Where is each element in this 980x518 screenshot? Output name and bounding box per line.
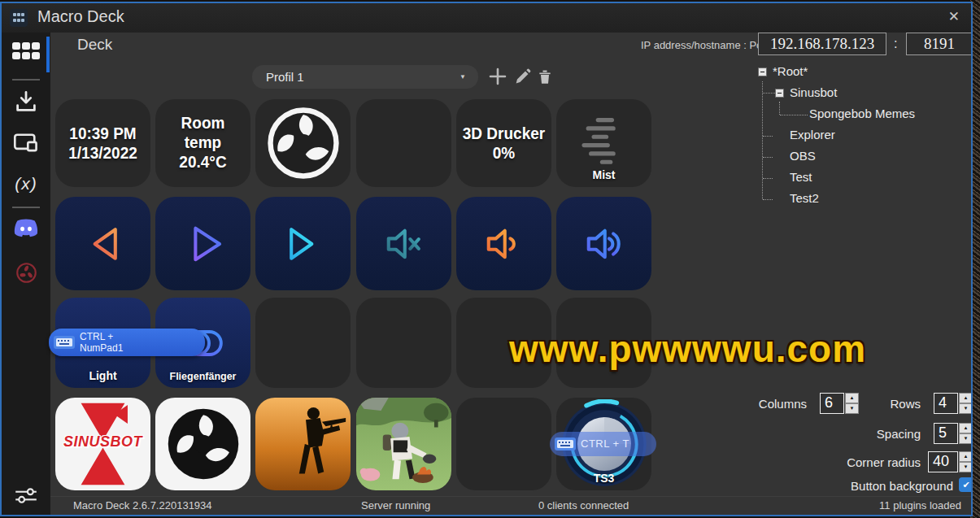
tree-collapse-icon[interactable] bbox=[775, 89, 784, 98]
ip-port-separator: : bbox=[894, 37, 897, 51]
sidebar: (x) bbox=[2, 33, 50, 515]
deck-button-room-temp[interactable]: Roomtemp20.4°C bbox=[155, 99, 250, 187]
server-status: Server running bbox=[361, 499, 430, 511]
statusbar-divider bbox=[50, 496, 971, 497]
screen: Macro Deck ✕ (x) bbox=[0, 0, 980, 518]
media-next-icon bbox=[255, 197, 351, 290]
deck-button-media-next[interactable] bbox=[255, 197, 351, 290]
port-input[interactable]: 8191 bbox=[906, 33, 973, 55]
tree-item-explorer[interactable]: Explorer bbox=[790, 127, 835, 143]
close-icon[interactable]: ✕ bbox=[948, 8, 960, 25]
sidebar-item-variables[interactable]: (x) bbox=[2, 174, 50, 194]
tree-collapse-icon[interactable] bbox=[758, 67, 767, 76]
titlebar[interactable]: Macro Deck ✕ bbox=[2, 3, 971, 33]
delete-profile-button[interactable] bbox=[535, 67, 555, 86]
tree-connector bbox=[763, 157, 773, 158]
columns-stepper: ▲ ▼ bbox=[845, 393, 859, 414]
spacing-stepper: ▲ ▼ bbox=[959, 423, 973, 444]
spacing-input[interactable]: 5 bbox=[934, 423, 958, 444]
media-vol-down-icon bbox=[456, 197, 551, 290]
deck-button-empty-2[interactable] bbox=[255, 298, 351, 388]
discord-icon[interactable] bbox=[2, 218, 50, 238]
tree-connector bbox=[762, 81, 763, 199]
hotkey-overlay: CTRL + T bbox=[550, 432, 656, 456]
tree-item-sinusbot[interactable]: Sinusbot bbox=[790, 85, 837, 101]
button-background-label: Button background bbox=[782, 479, 953, 493]
sinusbot-wordmark: SINUSBOT bbox=[55, 433, 150, 451]
obs-ring-icon bbox=[255, 99, 351, 187]
edit-profile-button[interactable] bbox=[512, 67, 532, 86]
tree-connector bbox=[763, 93, 775, 94]
media-prev-icon bbox=[55, 197, 150, 290]
tree-item-test2[interactable]: Test2 bbox=[790, 190, 819, 207]
tree-connector bbox=[779, 102, 780, 115]
tree-item-test[interactable]: Test bbox=[790, 169, 812, 185]
tree-item-root[interactable]: *Root* bbox=[773, 63, 808, 80]
deck-button-ts3[interactable]: TS3CTRL + T bbox=[556, 398, 651, 490]
deck-button-media-play[interactable] bbox=[155, 197, 250, 290]
corner-radius-input[interactable]: 40 bbox=[928, 451, 958, 472]
deck-button-empty-5[interactable] bbox=[556, 298, 651, 388]
deck-button-text: 3D Drucker0% bbox=[463, 124, 545, 163]
clients-connected: 0 clients connected bbox=[538, 499, 629, 511]
deck-button-media-mute[interactable] bbox=[356, 197, 451, 290]
profile-dropdown[interactable]: Profil 1 ▼ bbox=[252, 65, 478, 89]
deck-button-mist[interactable]: Mist bbox=[556, 99, 651, 187]
sidebar-divider bbox=[12, 79, 40, 81]
rows-stepper-down[interactable]: ▼ bbox=[959, 403, 973, 414]
deck-button-empty-4[interactable] bbox=[456, 298, 551, 388]
spacing-label: Spacing bbox=[847, 427, 921, 441]
sidebar-selection-indicator bbox=[46, 37, 50, 72]
deck-button-clock[interactable]: 10:39 PM1/13/2022 bbox=[55, 99, 150, 187]
plugins-loaded: 11 plugins loaded bbox=[879, 499, 961, 511]
sidebar-divider bbox=[12, 207, 40, 208]
deck-button-light[interactable]: LightCTRL +NumPad1 bbox=[55, 298, 150, 388]
tree-item-spongebob-memes[interactable]: Spongebob Memes bbox=[809, 106, 915, 122]
deck-button-obs-app[interactable] bbox=[155, 398, 250, 490]
spacing-stepper-up[interactable]: ▲ bbox=[959, 423, 973, 433]
corner-radius-stepper: ▲ ▼ bbox=[959, 451, 973, 472]
obs-icon[interactable] bbox=[2, 262, 50, 284]
columns-input[interactable]: 6 bbox=[820, 393, 844, 414]
deck-button-obs-scene[interactable] bbox=[255, 99, 351, 187]
corner-radius-stepper-down[interactable]: ▼ bbox=[959, 462, 973, 472]
rows-stepper: ▲ ▼ bbox=[959, 393, 973, 414]
rows-stepper-up[interactable]: ▲ bbox=[959, 393, 973, 403]
deck-button-csgo[interactable] bbox=[255, 398, 351, 490]
corner-radius-stepper-up[interactable]: ▲ bbox=[959, 451, 973, 462]
deck-button-sinusbot[interactable]: SINUSBOT bbox=[55, 398, 150, 490]
tree-connector bbox=[763, 178, 773, 179]
settings-sliders-icon[interactable] bbox=[2, 485, 50, 506]
columns-stepper-up[interactable]: ▲ bbox=[845, 393, 859, 403]
rows-input[interactable]: 4 bbox=[934, 393, 958, 414]
columns-stepper-down[interactable]: ▼ bbox=[845, 403, 859, 414]
sidebar-item-displays[interactable] bbox=[2, 132, 50, 155]
deck-button-empty-1[interactable] bbox=[356, 99, 451, 187]
sidebar-item-deck[interactable] bbox=[2, 39, 50, 63]
columns-label: Columns bbox=[709, 397, 807, 411]
tree-connector bbox=[780, 115, 808, 115]
deck-button-pubg[interactable] bbox=[356, 398, 451, 490]
app-icon bbox=[10, 9, 28, 27]
deck-button-printer-3d[interactable]: 3D Drucker0% bbox=[456, 99, 551, 187]
deck-button-empty-3[interactable] bbox=[356, 298, 451, 388]
spacing-stepper-down[interactable]: ▼ bbox=[959, 433, 973, 444]
pubg-icon bbox=[356, 398, 451, 490]
app-version: Macro Deck 2.6.7.220131934 bbox=[73, 499, 212, 511]
media-vol-up-icon bbox=[556, 197, 651, 290]
deck-button-text: 10:39 PM1/13/2022 bbox=[68, 124, 137, 163]
tree-connector bbox=[763, 199, 773, 200]
tree-item-obs[interactable]: OBS bbox=[790, 148, 816, 164]
sidebar-item-downloads[interactable] bbox=[2, 89, 50, 114]
deck-button-media-previous[interactable] bbox=[55, 197, 150, 290]
deck-button-text: Roomtemp20.4°C bbox=[179, 114, 226, 172]
deck-button-label: TS3 bbox=[556, 472, 651, 485]
deck-button-label: Mist bbox=[556, 168, 651, 181]
deck-button-media-volume-down[interactable] bbox=[456, 197, 551, 290]
ip-address-input[interactable]: 192.168.178.123 bbox=[758, 33, 886, 55]
add-profile-button[interactable] bbox=[488, 67, 507, 86]
deck-button-empty-6[interactable] bbox=[456, 398, 551, 490]
deck-button-media-volume-up[interactable] bbox=[556, 197, 651, 290]
button-background-checkbox[interactable]: ✔ bbox=[959, 477, 973, 492]
macro-deck-window: Macro Deck ✕ (x) bbox=[0, 2, 973, 516]
